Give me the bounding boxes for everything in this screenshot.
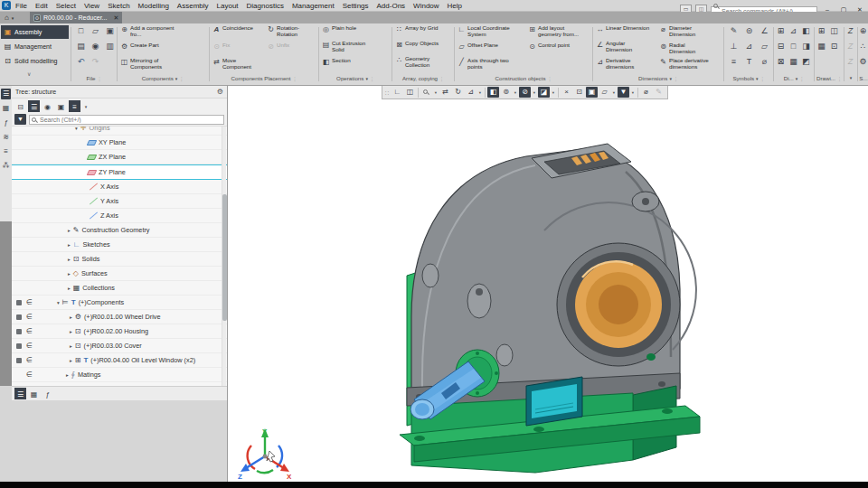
mode-management[interactable]: ▤Management bbox=[1, 40, 69, 53]
fix-button[interactable]: ⊙Fix bbox=[212, 42, 230, 51]
menu-sketch[interactable]: Sketch bbox=[108, 2, 129, 10]
tab-variables[interactable]: ƒ bbox=[42, 388, 53, 399]
leader-z-icon[interactable]: Z bbox=[844, 25, 856, 37]
tree-item-x-axis[interactable]: X Axis bbox=[12, 180, 227, 194]
tree-item-collections[interactable]: ▸▦Collections bbox=[12, 281, 227, 296]
hide-show-icon[interactable] bbox=[16, 358, 22, 363]
chevron-down-icon[interactable]: ▾ bbox=[756, 76, 759, 81]
tree-item-zy-plane[interactable]: ZY Plane bbox=[12, 164, 227, 180]
tree-item-surfaces[interactable]: ▸◇Surfaces bbox=[12, 267, 227, 281]
tab-parameters[interactable]: ▦ bbox=[28, 388, 40, 399]
di-icon-5[interactable]: □ bbox=[788, 41, 799, 52]
chevron-down-icon[interactable]: ▾ bbox=[175, 76, 178, 81]
drawing-icon-4[interactable]: ⊡ bbox=[828, 41, 840, 52]
rotation-rotation-button[interactable]: ↻Rotation- Rotation bbox=[267, 25, 307, 38]
welding-icon[interactable]: ▱ bbox=[759, 41, 770, 52]
chevron-down-icon[interactable]: ▾ bbox=[365, 76, 368, 81]
unfix-button[interactable]: ⊘Unfix bbox=[267, 42, 289, 51]
chevron-down-icon[interactable]: ▾ bbox=[82, 100, 90, 112]
redo-icon[interactable]: ↷ bbox=[90, 56, 101, 68]
group-pin-icon[interactable]: ⋮ bbox=[439, 76, 444, 81]
viewport-3d[interactable]: ∷ ∟ ◫ ▾ ⇄ ↻ ⊿ ▾ ◧ ⊚ ▾ ⊘ ▾ ◪ ▾ × ⊡ bbox=[228, 86, 868, 482]
offset-plane-button[interactable]: ▱Offset Plane bbox=[458, 42, 498, 51]
tree-scrollbar[interactable] bbox=[222, 127, 226, 386]
new-document-icon[interactable]: □ bbox=[75, 25, 87, 37]
tree-item-xy-plane[interactable]: XY Plane bbox=[12, 136, 227, 150]
tree-item-y-axis[interactable]: Y Axis bbox=[12, 194, 227, 209]
tree-item-oil-level-window[interactable]: ∈▸⊞T(+)R00.04.00 Oil Level Window (x2) bbox=[12, 353, 227, 368]
geometry-collection-button[interactable]: ∴Geometry Collection bbox=[395, 56, 439, 69]
expand-icon[interactable]: ▸ bbox=[70, 343, 72, 349]
add-component-button[interactable]: ⊕Add a component fro... bbox=[120, 25, 203, 38]
group-pin-icon[interactable]: ⋮ bbox=[548, 76, 552, 81]
undo-icon[interactable]: ↶ bbox=[75, 56, 87, 68]
expand-icon[interactable]: ▸ bbox=[66, 372, 69, 378]
orientation-triad[interactable]: Y X Z bbox=[237, 426, 293, 482]
position-icon[interactable]: ≡ bbox=[728, 56, 740, 68]
derivative-dimensions-button[interactable]: ⊿Derivative dimensions bbox=[596, 58, 642, 70]
tree-item-housing[interactable]: ∈▸⊡(+)R00.02.00 Housing bbox=[12, 324, 227, 339]
roughness-icon[interactable]: ✎ bbox=[728, 25, 740, 37]
di-icon-6[interactable]: ◨ bbox=[800, 41, 812, 52]
tree-item-sketches[interactable]: ▸∟Sketches bbox=[12, 238, 227, 252]
open-icon[interactable]: ▱ bbox=[90, 25, 101, 37]
menu-addons[interactable]: Add-Ons bbox=[377, 2, 406, 10]
save-icon[interactable]: ▣ bbox=[104, 25, 116, 37]
s-icon-3[interactable]: ⚙ bbox=[857, 56, 868, 68]
group-pin-icon[interactable]: ⋮ bbox=[837, 76, 842, 81]
list-panel-icon[interactable]: ≡ bbox=[1, 146, 11, 157]
expand-icon[interactable]: ▸ bbox=[70, 358, 72, 363]
expand-icon[interactable]: ▾ bbox=[75, 127, 78, 131]
local-coordinate-system-button[interactable]: ∟Local Coordinate System bbox=[458, 25, 518, 38]
filter-funnel-icon[interactable]: ▼ bbox=[14, 114, 26, 125]
symbol-icon[interactable]: ⌀ bbox=[759, 56, 770, 68]
reducer-3d-model[interactable] bbox=[228, 86, 868, 482]
tree-panel-icon[interactable]: ☰ bbox=[1, 89, 11, 99]
di-icon-9[interactable]: ◩ bbox=[800, 56, 812, 68]
radial-dimension-button[interactable]: ⊚Radial Dimension bbox=[659, 42, 700, 55]
parameters-panel-icon[interactable]: ▦ bbox=[1, 103, 11, 114]
menu-file[interactable]: File bbox=[15, 2, 27, 10]
tree-filter-view-icon[interactable]: ▣ bbox=[55, 100, 67, 112]
di-icon-2[interactable]: ⊿ bbox=[788, 25, 799, 37]
add-layout-geometry-button[interactable]: ⊞Add layout geometry from... bbox=[528, 25, 585, 38]
linear-dimension-button[interactable]: ↔Linear Dimension bbox=[596, 25, 649, 33]
home-button[interactable]: ⌂▾ bbox=[2, 13, 25, 23]
menu-select[interactable]: Select bbox=[56, 2, 76, 10]
expand-icon[interactable]: ▸ bbox=[68, 257, 71, 262]
tree-item-solids[interactable]: ▸⊡Solids bbox=[12, 252, 227, 267]
expand-icon[interactable]: ▸ bbox=[68, 228, 71, 233]
tree-item-cover[interactable]: ∈▸⊡(+)R00.03.00 Cover bbox=[12, 339, 227, 353]
datum-icon[interactable]: ∠ bbox=[759, 25, 770, 37]
di-icon-8[interactable]: ▦ bbox=[788, 56, 799, 68]
drawing-icon-3[interactable]: ▦ bbox=[816, 41, 827, 52]
hide-show-icon[interactable] bbox=[16, 343, 22, 349]
hierarchy-panel-icon[interactable]: ⁂ bbox=[1, 161, 11, 172]
expand-icon[interactable]: ▸ bbox=[70, 314, 72, 320]
tree-item-zx-plane[interactable]: ZX Plane bbox=[12, 150, 227, 164]
tree-structure-icon[interactable]: ☰ bbox=[28, 100, 40, 112]
tree-item-matings[interactable]: ∈▸∮Matings bbox=[12, 368, 227, 382]
gear-icon[interactable]: ⚙ bbox=[217, 88, 223, 96]
menu-settings[interactable]: Settings bbox=[343, 2, 369, 10]
expand-icon[interactable]: ▸ bbox=[68, 242, 71, 248]
menu-window[interactable]: Window bbox=[413, 2, 439, 10]
mode-assembly[interactable]: ▣Assembly bbox=[1, 25, 69, 39]
scrollbar-thumb[interactable] bbox=[222, 194, 227, 321]
tree-display-icon[interactable]: ≡ bbox=[69, 100, 80, 112]
group-pin-icon[interactable]: ⋮ bbox=[674, 76, 678, 81]
copy-objects-button[interactable]: ⊠Copy Objects bbox=[395, 41, 439, 49]
cut-extrusion-button[interactable]: ▤Cut Extrusion Solid bbox=[322, 41, 375, 53]
layers-panel-icon[interactable]: ≋ bbox=[1, 132, 11, 143]
leader-z-icon-3[interactable]: Z bbox=[844, 56, 856, 68]
drawing-icon-2[interactable]: ◫ bbox=[828, 25, 840, 37]
create-part-button[interactable]: ⚙Create Part bbox=[120, 42, 203, 51]
tolerance-icon[interactable]: ⊜ bbox=[743, 25, 755, 37]
tree-item-wheel-drive[interactable]: ∈▸⚙(+)R00.01.00 Wheel Drive bbox=[12, 310, 227, 324]
diameter-dimension-button[interactable]: ⌀Diameter Dimension bbox=[659, 25, 703, 38]
mirroring-components-button[interactable]: ◫Mirroring of Components bbox=[120, 58, 203, 70]
leader-icon[interactable]: ⊥ bbox=[728, 41, 740, 52]
array-by-grid-button[interactable]: ∷Array by Grid bbox=[395, 25, 438, 33]
expand-icon[interactable]: ▸ bbox=[70, 329, 72, 334]
s-icon-1[interactable]: ⊕ bbox=[857, 25, 868, 37]
